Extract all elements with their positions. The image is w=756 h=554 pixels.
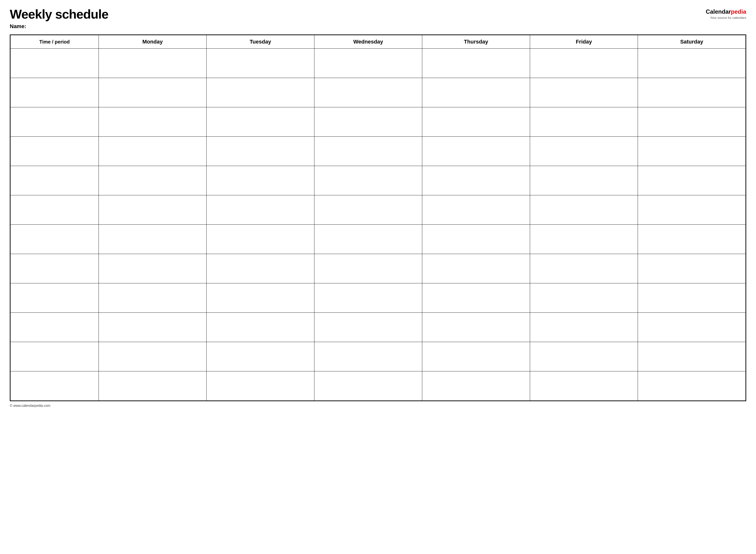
schedule-cell[interactable] [422,137,530,166]
schedule-cell[interactable] [99,225,206,254]
time-cell[interactable] [10,166,99,196]
page-title: Weekly schedule [10,7,108,21]
schedule-cell[interactable] [206,166,314,196]
schedule-cell[interactable] [206,225,314,254]
schedule-cell[interactable] [422,283,530,313]
schedule-cell[interactable] [638,371,746,401]
table-row [10,283,746,313]
schedule-cell[interactable] [206,283,314,313]
schedule-cell[interactable] [99,166,206,196]
footer: © www.calendarpedia.com [10,404,746,407]
schedule-cell[interactable] [530,283,638,313]
schedule-cell[interactable] [422,313,530,342]
schedule-cell[interactable] [206,78,314,107]
col-header-saturday: Saturday [638,35,746,49]
schedule-cell[interactable] [422,342,530,371]
title-section: Weekly schedule Name: [10,7,108,30]
col-header-tuesday: Tuesday [206,35,314,49]
schedule-cell[interactable] [530,107,638,137]
schedule-cell[interactable] [422,49,530,78]
col-header-wednesday: Wednesday [314,35,422,49]
schedule-cell[interactable] [530,137,638,166]
schedule-cell[interactable] [638,283,746,313]
schedule-cell[interactable] [422,107,530,137]
schedule-cell[interactable] [530,78,638,107]
schedule-cell[interactable] [206,313,314,342]
schedule-cell[interactable] [422,371,530,401]
schedule-cell[interactable] [530,254,638,283]
schedule-cell[interactable] [99,78,206,107]
schedule-cell[interactable] [638,166,746,196]
time-cell[interactable] [10,78,99,107]
schedule-cell[interactable] [314,78,422,107]
time-cell[interactable] [10,196,99,225]
schedule-cell[interactable] [422,166,530,196]
schedule-cell[interactable] [314,313,422,342]
time-cell[interactable] [10,137,99,166]
schedule-cell[interactable] [638,254,746,283]
time-cell[interactable] [10,254,99,283]
schedule-cell[interactable] [314,225,422,254]
schedule-cell[interactable] [530,342,638,371]
schedule-cell[interactable] [314,166,422,196]
time-cell[interactable] [10,283,99,313]
schedule-cell[interactable] [422,225,530,254]
table-row [10,137,746,166]
time-cell[interactable] [10,342,99,371]
schedule-cell[interactable] [314,49,422,78]
time-cell[interactable] [10,225,99,254]
schedule-cell[interactable] [422,254,530,283]
time-cell[interactable] [10,371,99,401]
schedule-cell[interactable] [530,225,638,254]
schedule-cell[interactable] [99,49,206,78]
table-row [10,166,746,196]
schedule-cell[interactable] [422,196,530,225]
table-row [10,78,746,107]
col-header-friday: Friday [530,35,638,49]
schedule-cell[interactable] [99,137,206,166]
schedule-cell[interactable] [206,371,314,401]
schedule-cell[interactable] [314,137,422,166]
schedule-cell[interactable] [314,254,422,283]
time-cell[interactable] [10,313,99,342]
schedule-cell[interactable] [99,254,206,283]
schedule-cell[interactable] [422,78,530,107]
schedule-cell[interactable] [314,107,422,137]
schedule-cell[interactable] [206,107,314,137]
schedule-cell[interactable] [638,342,746,371]
schedule-cell[interactable] [530,371,638,401]
schedule-cell[interactable] [530,49,638,78]
schedule-cell[interactable] [638,49,746,78]
schedule-cell[interactable] [206,196,314,225]
time-cell[interactable] [10,107,99,137]
schedule-cell[interactable] [206,49,314,78]
schedule-cell[interactable] [99,371,206,401]
schedule-cell[interactable] [314,342,422,371]
time-cell[interactable] [10,49,99,78]
table-row [10,371,746,401]
schedule-cell[interactable] [638,313,746,342]
schedule-cell[interactable] [99,196,206,225]
schedule-cell[interactable] [638,225,746,254]
schedule-cell[interactable] [99,283,206,313]
schedule-cell[interactable] [638,137,746,166]
schedule-cell[interactable] [638,78,746,107]
schedule-cell[interactable] [530,166,638,196]
table-row [10,254,746,283]
schedule-cell[interactable] [314,371,422,401]
schedule-cell[interactable] [314,283,422,313]
schedule-table-wrapper: Time / period Monday Tuesday Wednesday T… [10,35,746,401]
schedule-cell[interactable] [99,313,206,342]
schedule-cell[interactable] [314,196,422,225]
schedule-cell[interactable] [530,196,638,225]
table-row [10,225,746,254]
schedule-cell[interactable] [206,254,314,283]
schedule-cell[interactable] [99,342,206,371]
schedule-cell[interactable] [206,342,314,371]
schedule-cell[interactable] [99,107,206,137]
schedule-cell[interactable] [530,313,638,342]
table-row [10,107,746,137]
schedule-cell[interactable] [206,137,314,166]
schedule-cell[interactable] [638,107,746,137]
schedule-cell[interactable] [638,196,746,225]
